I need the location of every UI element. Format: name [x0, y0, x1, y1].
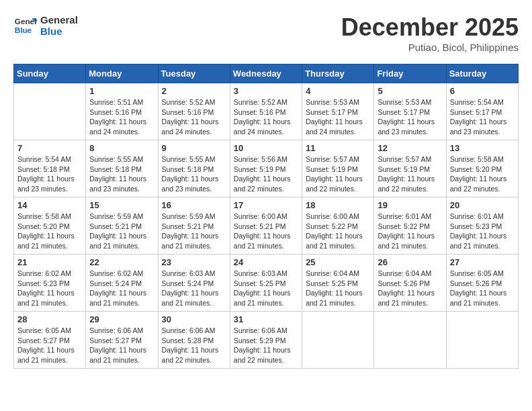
day-number: 23: [162, 257, 226, 267]
day-number: 5: [378, 86, 442, 96]
day-info: Sunrise: 5:51 AMSunset: 5:16 PMDaylight:…: [89, 97, 154, 137]
calendar-cell: 10Sunrise: 5:56 AMSunset: 5:19 PMDayligh…: [230, 140, 302, 197]
day-info: Sunrise: 5:57 AMSunset: 5:19 PMDaylight:…: [378, 154, 442, 194]
weekday-header-saturday: Saturday: [446, 64, 518, 83]
day-info: Sunrise: 6:02 AMSunset: 5:23 PMDaylight:…: [17, 269, 82, 308]
day-number: 11: [306, 143, 370, 153]
logo-general-text: General: [40, 14, 78, 26]
calendar-cell: 12Sunrise: 5:57 AMSunset: 5:19 PMDayligh…: [374, 140, 446, 197]
calendar-table: SundayMondayTuesdayWednesdayThursdayFrid…: [13, 64, 519, 369]
svg-text:General: General: [15, 17, 38, 26]
calendar-cell: 22Sunrise: 6:02 AMSunset: 5:24 PMDayligh…: [86, 255, 158, 312]
day-number: 1: [89, 86, 154, 96]
calendar-cell: 15Sunrise: 5:59 AMSunset: 5:21 PMDayligh…: [86, 197, 158, 255]
day-info: Sunrise: 5:54 AMSunset: 5:17 PMDaylight:…: [450, 97, 515, 137]
day-number: 3: [234, 86, 298, 96]
weekday-header-sunday: Sunday: [14, 64, 86, 83]
calendar-cell: 13Sunrise: 5:58 AMSunset: 5:20 PMDayligh…: [446, 140, 518, 197]
logo-icon: General Blue: [13, 13, 38, 38]
day-info: Sunrise: 6:04 AMSunset: 5:25 PMDaylight:…: [306, 269, 370, 308]
calendar-cell: 7Sunrise: 5:54 AMSunset: 5:18 PMDaylight…: [14, 140, 86, 197]
page-header: General Blue General Blue December 2025 …: [13, 13, 519, 53]
day-number: 17: [234, 200, 298, 210]
day-number: 30: [162, 314, 226, 324]
calendar-cell: 27Sunrise: 6:05 AMSunset: 5:26 PMDayligh…: [446, 255, 518, 312]
day-info: Sunrise: 5:52 AMSunset: 5:16 PMDaylight:…: [234, 97, 298, 137]
weekday-header-thursday: Thursday: [302, 64, 374, 83]
day-number: 2: [162, 86, 226, 96]
week-row-2: 7Sunrise: 5:54 AMSunset: 5:18 PMDaylight…: [14, 140, 519, 197]
day-number: 29: [89, 314, 154, 324]
calendar-cell: 9Sunrise: 5:55 AMSunset: 5:18 PMDaylight…: [158, 140, 230, 197]
weekday-header-wednesday: Wednesday: [230, 64, 302, 83]
day-info: Sunrise: 6:00 AMSunset: 5:21 PMDaylight:…: [234, 212, 298, 251]
day-info: Sunrise: 6:05 AMSunset: 5:27 PMDaylight:…: [17, 326, 82, 365]
weekday-header-tuesday: Tuesday: [158, 64, 230, 83]
day-number: 24: [234, 257, 298, 267]
month-title: December 2025: [341, 13, 519, 42]
day-number: 20: [450, 200, 515, 210]
day-info: Sunrise: 5:55 AMSunset: 5:18 PMDaylight:…: [162, 154, 226, 194]
calendar-cell: 3Sunrise: 5:52 AMSunset: 5:16 PMDaylight…: [230, 83, 302, 140]
day-number: 28: [17, 314, 82, 324]
day-info: Sunrise: 5:55 AMSunset: 5:18 PMDaylight:…: [89, 154, 154, 194]
weekday-header-row: SundayMondayTuesdayWednesdayThursdayFrid…: [14, 64, 519, 83]
day-info: Sunrise: 6:06 AMSunset: 5:28 PMDaylight:…: [162, 326, 226, 365]
calendar-cell: 5Sunrise: 5:53 AMSunset: 5:17 PMDaylight…: [374, 83, 446, 140]
calendar-cell: [374, 312, 446, 369]
day-info: Sunrise: 5:53 AMSunset: 5:17 PMDaylight:…: [306, 97, 370, 137]
logo-blue-text: Blue: [40, 26, 78, 37]
day-info: Sunrise: 5:58 AMSunset: 5:20 PMDaylight:…: [17, 212, 82, 251]
day-number: 13: [450, 143, 515, 153]
day-number: 19: [378, 200, 442, 210]
calendar-cell: 20Sunrise: 6:01 AMSunset: 5:23 PMDayligh…: [446, 197, 518, 255]
day-info: Sunrise: 6:06 AMSunset: 5:29 PMDaylight:…: [234, 326, 298, 365]
calendar-cell: 8Sunrise: 5:55 AMSunset: 5:18 PMDaylight…: [86, 140, 158, 197]
day-number: 26: [378, 257, 442, 267]
calendar-cell: 29Sunrise: 6:06 AMSunset: 5:27 PMDayligh…: [86, 312, 158, 369]
calendar-cell: 21Sunrise: 6:02 AMSunset: 5:23 PMDayligh…: [14, 255, 86, 312]
calendar-cell: 4Sunrise: 5:53 AMSunset: 5:17 PMDaylight…: [302, 83, 374, 140]
day-info: Sunrise: 6:03 AMSunset: 5:25 PMDaylight:…: [234, 269, 298, 308]
day-number: 25: [306, 257, 370, 267]
title-block: December 2025 Putiao, Bicol, Philippines: [341, 13, 519, 53]
day-number: 21: [17, 257, 82, 267]
week-row-5: 28Sunrise: 6:05 AMSunset: 5:27 PMDayligh…: [14, 312, 519, 369]
calendar-cell: [302, 312, 374, 369]
calendar-cell: 14Sunrise: 5:58 AMSunset: 5:20 PMDayligh…: [14, 197, 86, 255]
calendar-cell: 2Sunrise: 5:52 AMSunset: 5:16 PMDaylight…: [158, 83, 230, 140]
calendar-cell: [446, 312, 518, 369]
day-number: 6: [450, 86, 515, 96]
day-info: Sunrise: 6:04 AMSunset: 5:26 PMDaylight:…: [378, 269, 442, 308]
calendar-cell: 19Sunrise: 6:01 AMSunset: 5:22 PMDayligh…: [374, 197, 446, 255]
calendar-cell: 26Sunrise: 6:04 AMSunset: 5:26 PMDayligh…: [374, 255, 446, 312]
logo: General Blue General Blue: [13, 13, 78, 38]
week-row-1: 1Sunrise: 5:51 AMSunset: 5:16 PMDaylight…: [14, 83, 519, 140]
weekday-header-friday: Friday: [374, 64, 446, 83]
calendar-cell: 6Sunrise: 5:54 AMSunset: 5:17 PMDaylight…: [446, 83, 518, 140]
calendar-cell: 11Sunrise: 5:57 AMSunset: 5:19 PMDayligh…: [302, 140, 374, 197]
day-number: 22: [89, 257, 154, 267]
day-info: Sunrise: 5:58 AMSunset: 5:20 PMDaylight:…: [450, 154, 515, 194]
day-info: Sunrise: 5:59 AMSunset: 5:21 PMDaylight:…: [89, 212, 154, 251]
calendar-cell: 16Sunrise: 5:59 AMSunset: 5:21 PMDayligh…: [158, 197, 230, 255]
day-info: Sunrise: 5:56 AMSunset: 5:19 PMDaylight:…: [234, 154, 298, 194]
week-row-4: 21Sunrise: 6:02 AMSunset: 5:23 PMDayligh…: [14, 255, 519, 312]
weekday-header-monday: Monday: [86, 64, 158, 83]
day-number: 8: [89, 143, 154, 153]
day-number: 27: [450, 257, 515, 267]
day-info: Sunrise: 5:53 AMSunset: 5:17 PMDaylight:…: [378, 97, 442, 137]
day-info: Sunrise: 6:03 AMSunset: 5:24 PMDaylight:…: [162, 269, 226, 308]
day-info: Sunrise: 6:05 AMSunset: 5:26 PMDaylight:…: [450, 269, 515, 308]
day-info: Sunrise: 5:52 AMSunset: 5:16 PMDaylight:…: [162, 97, 226, 137]
svg-text:Blue: Blue: [15, 26, 32, 34]
day-info: Sunrise: 5:59 AMSunset: 5:21 PMDaylight:…: [162, 212, 226, 251]
day-info: Sunrise: 6:02 AMSunset: 5:24 PMDaylight:…: [89, 269, 154, 308]
day-info: Sunrise: 6:01 AMSunset: 5:22 PMDaylight:…: [378, 212, 442, 251]
calendar-cell: 28Sunrise: 6:05 AMSunset: 5:27 PMDayligh…: [14, 312, 86, 369]
day-number: 4: [306, 86, 370, 96]
day-info: Sunrise: 6:06 AMSunset: 5:27 PMDaylight:…: [89, 326, 154, 365]
day-info: Sunrise: 6:01 AMSunset: 5:23 PMDaylight:…: [450, 212, 515, 251]
day-number: 9: [162, 143, 226, 153]
calendar-cell: 30Sunrise: 6:06 AMSunset: 5:28 PMDayligh…: [158, 312, 230, 369]
